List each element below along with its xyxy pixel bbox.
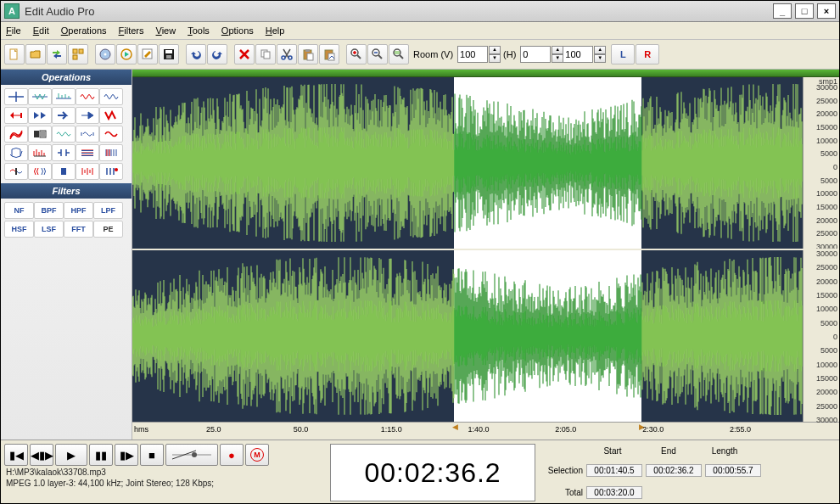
amplitude-tick: 15000 bbox=[805, 124, 837, 132]
filter-pe-button[interactable]: PE bbox=[93, 221, 123, 238]
copy-button[interactable] bbox=[255, 44, 276, 64]
filters-panel-header[interactable]: Filters bbox=[1, 183, 132, 199]
convert-button[interactable] bbox=[47, 44, 67, 64]
filter-nf-button[interactable]: NF bbox=[4, 202, 34, 219]
play-button[interactable]: ▶ bbox=[55, 444, 87, 466]
op-button[interactable] bbox=[99, 88, 123, 105]
menu-filters[interactable]: Filters bbox=[119, 25, 144, 36]
op-button[interactable] bbox=[4, 163, 28, 180]
batch-button[interactable] bbox=[68, 44, 88, 64]
filter-hsf-button[interactable]: HSF bbox=[4, 221, 34, 238]
room-h2-input[interactable] bbox=[563, 46, 593, 63]
op-button[interactable] bbox=[76, 88, 99, 105]
redo-button[interactable] bbox=[207, 44, 227, 64]
filter-lsf-button[interactable]: LSF bbox=[34, 221, 64, 238]
filter-hpf-button[interactable]: HPF bbox=[64, 202, 93, 219]
op-button[interactable] bbox=[99, 107, 123, 124]
svg-point-3189 bbox=[192, 452, 197, 457]
op-button[interactable] bbox=[4, 107, 28, 124]
paste-mix-button[interactable] bbox=[319, 44, 339, 64]
cut-button[interactable] bbox=[277, 44, 297, 64]
zoom-out-button[interactable] bbox=[367, 44, 388, 64]
minimize-button[interactable]: _ bbox=[773, 3, 792, 19]
selection-end-value[interactable]: 00:02:36.2 bbox=[646, 464, 702, 477]
paste-button[interactable] bbox=[298, 44, 318, 64]
main-toolbar: Room (V) ▲▼ (H) ▲▼ ▲▼ L R bbox=[1, 40, 839, 70]
svg-point-5 bbox=[104, 53, 107, 56]
filter-bpf-button[interactable]: BPF bbox=[34, 202, 64, 219]
zoom-in-button[interactable] bbox=[346, 44, 367, 64]
open-file-button[interactable] bbox=[25, 44, 46, 64]
op-button[interactable] bbox=[76, 144, 99, 161]
room-v-spinner[interactable]: ▲▼ bbox=[489, 46, 499, 63]
amplitude-tick: 5000 bbox=[805, 150, 837, 158]
menu-view[interactable]: View bbox=[156, 25, 176, 36]
filter-lpf-button[interactable]: LPF bbox=[93, 202, 123, 219]
fade-slider[interactable] bbox=[165, 444, 218, 466]
selection-start-value[interactable]: 00:01:40.5 bbox=[586, 464, 642, 477]
time-unit-label: hms bbox=[134, 425, 148, 434]
timeline-overview[interactable] bbox=[132, 70, 839, 77]
marker-button[interactable]: M bbox=[245, 444, 269, 466]
time-ruler[interactable]: hms ◀ ▶ 25.050.01:15.01:40.02:05.02:30.0… bbox=[132, 422, 839, 440]
maximize-button[interactable]: □ bbox=[795, 3, 814, 19]
op-button[interactable] bbox=[76, 107, 99, 124]
left-channel-button[interactable]: L bbox=[611, 44, 635, 64]
menu-options[interactable]: Options bbox=[221, 25, 254, 36]
record-button[interactable]: ● bbox=[220, 444, 244, 466]
op-button[interactable] bbox=[4, 88, 28, 105]
close-button[interactable]: × bbox=[817, 3, 836, 19]
op-button[interactable] bbox=[99, 126, 123, 143]
op-button[interactable] bbox=[28, 163, 52, 180]
selection-length-value[interactable]: 00:00:55.7 bbox=[705, 464, 761, 477]
right-channel-button[interactable]: R bbox=[636, 44, 659, 64]
edit-tool-button[interactable] bbox=[137, 44, 158, 64]
op-button[interactable] bbox=[52, 144, 76, 161]
room-h-input[interactable] bbox=[520, 46, 551, 63]
room-v-input[interactable] bbox=[457, 46, 488, 63]
op-button[interactable] bbox=[28, 126, 52, 143]
right-channel-row: 3000025000200001500010000500005000100001… bbox=[132, 249, 839, 422]
op-button[interactable] bbox=[4, 144, 28, 161]
pause-button[interactable]: ▮▮ bbox=[89, 444, 113, 466]
goto-start-button[interactable]: ▮◀ bbox=[4, 444, 28, 466]
cd-button[interactable] bbox=[95, 44, 115, 64]
time-tick: 2:30.0 bbox=[642, 425, 664, 434]
menu-help[interactable]: Help bbox=[266, 25, 285, 36]
room-h-spinner[interactable]: ▲▼ bbox=[552, 46, 562, 63]
op-button[interactable] bbox=[28, 88, 52, 105]
op-button[interactable] bbox=[52, 107, 76, 124]
menu-edit[interactable]: Edit bbox=[33, 25, 49, 36]
left-channel-waveform[interactable] bbox=[132, 77, 803, 249]
time-display: 00:02:36.2 bbox=[330, 444, 535, 501]
save-button[interactable] bbox=[159, 44, 179, 64]
op-button[interactable] bbox=[76, 163, 99, 180]
op-button[interactable] bbox=[28, 107, 52, 124]
new-file-button[interactable] bbox=[4, 44, 25, 64]
undo-button[interactable] bbox=[186, 44, 206, 64]
menu-operations[interactable]: Operations bbox=[61, 25, 107, 36]
op-button[interactable] bbox=[99, 163, 123, 180]
op-button[interactable] bbox=[52, 163, 76, 180]
window-title: Edit Audio Pro bbox=[25, 5, 94, 18]
operations-panel-header[interactable]: Operations bbox=[1, 70, 132, 85]
play-preview-button[interactable] bbox=[116, 44, 137, 64]
filter-fft-button[interactable]: FFT bbox=[64, 221, 93, 238]
op-button[interactable] bbox=[28, 144, 52, 161]
op-button[interactable] bbox=[99, 144, 123, 161]
delete-button[interactable] bbox=[234, 44, 255, 64]
op-button[interactable] bbox=[52, 88, 76, 105]
room-h2-spinner[interactable]: ▲▼ bbox=[594, 46, 604, 63]
stop-button[interactable]: ■ bbox=[140, 444, 164, 466]
right-channel-waveform[interactable] bbox=[132, 250, 803, 422]
rewind-button[interactable]: ◀▮▶ bbox=[30, 444, 53, 466]
menu-file[interactable]: File bbox=[6, 25, 21, 36]
menu-tools[interactable]: Tools bbox=[188, 25, 210, 36]
op-button[interactable] bbox=[4, 126, 28, 143]
step-forward-button[interactable]: ▮▶ bbox=[115, 444, 138, 466]
op-button[interactable] bbox=[52, 126, 76, 143]
op-button[interactable] bbox=[76, 126, 99, 143]
zoom-selection-button[interactable] bbox=[389, 44, 409, 64]
app-icon: A bbox=[4, 3, 20, 19]
amplitude-tick: 20000 bbox=[805, 217, 837, 225]
